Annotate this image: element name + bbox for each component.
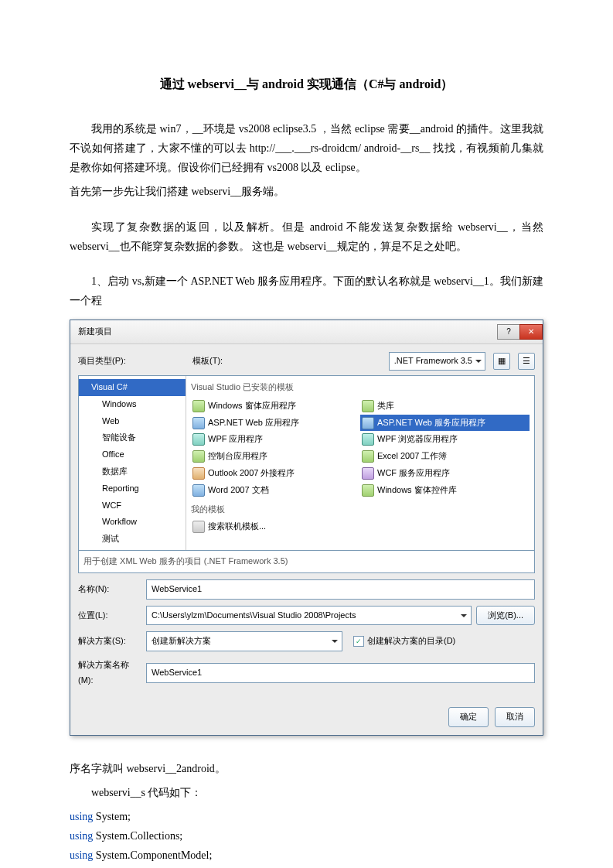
paragraph-3b: 序名字就叫 webservi__2android。: [70, 759, 543, 778]
tree-item[interactable]: Web: [79, 413, 186, 430]
dialog-title: 新建项目: [78, 324, 112, 340]
checkbox-icon: ✓: [353, 636, 364, 647]
my-templates-header: 我的模板: [191, 499, 530, 519]
large-icons-button[interactable]: ▦: [493, 353, 510, 370]
template-icon: [362, 484, 374, 497]
create-dir-label: 创建解决方案的目录(D): [367, 634, 455, 649]
template-icon: [362, 400, 374, 412]
template-item[interactable]: 控制台应用程序: [191, 448, 360, 465]
template-item[interactable]: ASP.NET Web 应用程序: [191, 415, 360, 432]
location-label: 位置(L):: [78, 608, 141, 624]
tree-item[interactable]: Windows: [79, 396, 186, 413]
dialog-titlebar: 新建项目 ? ✕: [70, 320, 543, 344]
template-label: Word 2007 文档: [208, 483, 269, 498]
help-button[interactable]: ?: [497, 324, 520, 340]
tree-item[interactable]: Reporting: [79, 480, 186, 497]
code-block: using System;using System.Collections;us…: [70, 807, 543, 868]
solution-name-field[interactable]: WebService1: [146, 663, 535, 683]
solution-label: 解决方案(S):: [78, 634, 141, 649]
browse-button[interactable]: 浏览(B)...: [476, 606, 535, 626]
search-online-label: 搜索联机模板...: [208, 519, 266, 535]
template-item[interactable]: WPF 应用程序: [191, 431, 360, 448]
create-dir-checkbox[interactable]: ✓ 创建解决方案的目录(D): [353, 634, 455, 649]
template-item[interactable]: Outlook 2007 外接程序: [191, 465, 360, 482]
template-item[interactable]: Word 2007 文档: [191, 482, 360, 499]
template-item[interactable]: WCF 服务应用程序: [360, 465, 530, 482]
new-project-dialog: 新建项目 ? ✕ 项目类型(P): 模板(T): .NET Framework …: [70, 320, 543, 735]
paragraph-3c: webservi__s 代码如下：: [70, 783, 543, 802]
tree-item[interactable]: Office: [79, 446, 186, 463]
template-label: 类库: [377, 398, 394, 414]
name-label: 名称(N):: [78, 582, 141, 597]
name-field[interactable]: WebService1: [146, 579, 535, 600]
tree-item[interactable]: 数据库: [79, 463, 186, 480]
tree-item[interactable]: Visual C#: [79, 379, 186, 396]
template-item[interactable]: Windows 窗体控件库: [360, 482, 530, 499]
template-label: Windows 窗体应用程序: [208, 398, 296, 414]
template-item[interactable]: 类库: [360, 398, 530, 415]
code-line: using System.Data;: [70, 866, 543, 868]
paragraph-1a: 我用的系统是 win7，__环境是 vs2008 eclipse3.5 ，当然 …: [70, 119, 543, 178]
paragraph-3a: 1、启动 vs,新建一个 ASP.NET Web 服务应用程序。下面的默认名称就…: [70, 272, 543, 310]
templates-header: Visual Studio 已安装的模板: [191, 379, 530, 398]
template-label: Excel 2007 工作簿: [377, 449, 447, 464]
template-label: ASP.NET Web 应用程序: [208, 415, 299, 431]
template-icon: [362, 450, 374, 463]
tree-item[interactable]: 其他语言: [79, 548, 186, 550]
templates-label: 模板(T):: [192, 354, 223, 369]
template-item[interactable]: Excel 2007 工作簿: [360, 448, 530, 465]
small-icons-button[interactable]: ☰: [518, 353, 535, 370]
template-icon: [362, 433, 374, 446]
ok-button[interactable]: 确定: [448, 707, 489, 727]
close-button[interactable]: ✕: [519, 324, 543, 340]
code-line: using System.Collections;: [70, 826, 543, 846]
paragraph-1b: 首先第一步先让我们搭建 webservi__服务端。: [70, 182, 543, 201]
code-line: using System;: [70, 807, 543, 826]
template-icon: [192, 484, 205, 497]
template-icon: [192, 467, 205, 480]
tree-item[interactable]: 智能设备: [79, 429, 186, 446]
template-item[interactable]: Windows 窗体应用程序: [191, 398, 360, 415]
template-label: 控制台应用程序: [208, 449, 267, 464]
template-label: WPF 浏览器应用程序: [377, 432, 458, 447]
tree-item[interactable]: Workflow: [79, 514, 186, 531]
template-label: WPF 应用程序: [208, 432, 264, 447]
framework-combo[interactable]: .NET Framework 3.5: [389, 352, 485, 371]
project-types-label: 项目类型(P):: [78, 354, 185, 369]
template-label: WCF 服务应用程序: [377, 466, 450, 481]
template-icon: [192, 450, 205, 463]
tree-item[interactable]: 测试: [79, 531, 186, 548]
template-icon: [192, 417, 205, 429]
template-icon: [362, 417, 374, 429]
project-type-tree[interactable]: Visual C#WindowsWeb智能设备Office数据库Reportin…: [79, 376, 186, 550]
template-label: Windows 窗体控件库: [377, 483, 457, 498]
template-label: Outlook 2007 外接程序: [208, 466, 295, 481]
location-field[interactable]: C:\Users\ylzm\Documents\Visual Studio 20…: [146, 606, 472, 626]
solution-name-label: 解决方案名称(M):: [78, 658, 141, 689]
template-icon: [192, 433, 205, 446]
template-description: 用于创建 XML Web 服务的项目 (.NET Framework 3.5): [78, 551, 535, 573]
solution-combo[interactable]: 创建新解决方案: [146, 631, 342, 651]
search-online-item[interactable]: 搜索联机模板...: [191, 518, 530, 535]
templates-pane[interactable]: Visual Studio 已安装的模板 Windows 窗体应用程序ASP.N…: [186, 376, 534, 550]
template-icon: [192, 400, 205, 412]
template-item[interactable]: WPF 浏览器应用程序: [360, 431, 530, 448]
template-item[interactable]: ASP.NET Web 服务应用程序: [360, 415, 530, 432]
search-icon: [192, 521, 205, 533]
template-label: ASP.NET Web 服务应用程序: [377, 415, 485, 431]
paragraph-2: 实现了复杂数据的返回，以及解析。但是 android 不能发送复杂数据给 web…: [70, 217, 543, 256]
page-title: 通过 webservi__与 android 实现通信（C#与 android）: [70, 73, 543, 96]
cancel-button[interactable]: 取消: [495, 707, 535, 727]
template-icon: [362, 467, 374, 480]
code-line: using System.ComponentModel;: [70, 846, 543, 865]
tree-item[interactable]: WCF: [79, 497, 186, 514]
